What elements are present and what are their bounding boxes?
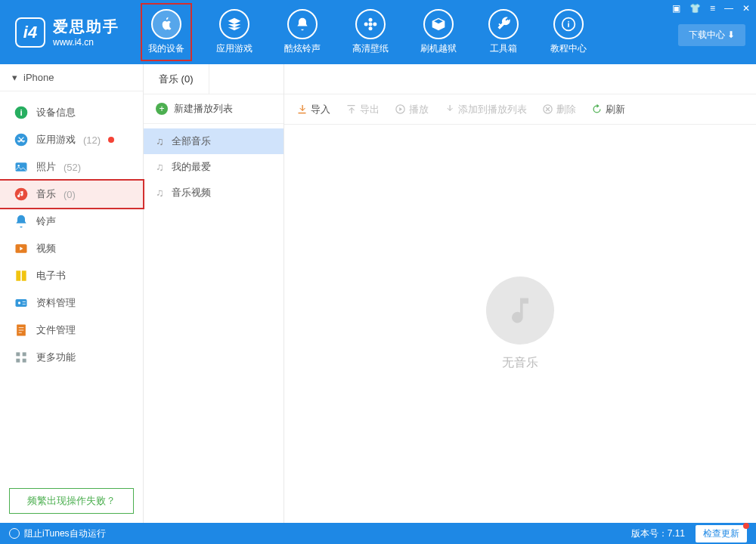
svg-point-10 bbox=[17, 165, 20, 167]
apple-icon bbox=[151, 9, 181, 39]
device-name: iPhone bbox=[23, 72, 54, 83]
info-green-icon: i bbox=[14, 105, 29, 120]
nav-flower[interactable]: 高清壁纸 bbox=[346, 5, 395, 60]
toolbar-add: 添加到播放列表 bbox=[444, 103, 527, 116]
refresh-icon bbox=[591, 104, 603, 115]
image-icon bbox=[14, 159, 29, 175]
box-icon bbox=[423, 9, 454, 39]
info-icon bbox=[553, 9, 584, 39]
download-center-button[interactable]: 下载中心 ⬇ bbox=[678, 24, 745, 46]
update-dot-icon bbox=[743, 523, 749, 529]
grid-icon bbox=[14, 350, 29, 365]
sidebar-item-4[interactable]: 铃声 bbox=[0, 208, 143, 235]
svg-rect-16 bbox=[16, 352, 20, 356]
svg-rect-19 bbox=[23, 359, 26, 363]
app-url: www.i4.cn bbox=[53, 37, 119, 48]
appstore-icon bbox=[219, 9, 249, 39]
svg-point-2 bbox=[369, 26, 373, 30]
tools-icon bbox=[488, 9, 519, 39]
version-label: 版本号：7.11 bbox=[631, 527, 685, 540]
sidebar-item-2[interactable]: 照片(52) bbox=[0, 153, 143, 181]
content-area: 导入导出播放添加到播放列表删除刷新 无音乐 bbox=[284, 64, 756, 523]
svg-point-1 bbox=[369, 18, 373, 22]
minimize-icon[interactable]: — bbox=[724, 3, 733, 14]
toolbar: 导入导出播放添加到播放列表删除刷新 bbox=[284, 94, 756, 125]
svg-point-3 bbox=[364, 23, 368, 26]
sidebar-item-0[interactable]: i设备信息 bbox=[0, 99, 143, 126]
bell-icon bbox=[287, 9, 318, 39]
chevron-down-icon: ▾ bbox=[12, 72, 17, 83]
nav-bar: 我的设备应用游戏酷炫铃声高清壁纸刷机越狱工具箱教程中心 bbox=[142, 5, 593, 60]
logo-badge: i4 bbox=[15, 17, 45, 48]
sidebar-item-3[interactable]: 音乐(0) bbox=[0, 181, 143, 208]
sidebar-item-7[interactable]: 资料管理 bbox=[0, 289, 143, 317]
status-bar: 阻止iTunes自动运行 版本号：7.11 检查更新 bbox=[0, 523, 756, 544]
notification-dot bbox=[108, 137, 114, 143]
music-subnav: 音乐 (0) + 新建播放列表 ♫全部音乐♫我的最爱♫音乐视频 bbox=[144, 64, 284, 523]
toolbar-delete: 删除 bbox=[542, 103, 576, 116]
nav-info[interactable]: 教程中心 bbox=[544, 5, 593, 60]
app-header: i4 爱思助手 www.i4.cn 我的设备应用游戏酷炫铃声高清壁纸刷机越狱工具… bbox=[0, 0, 756, 64]
device-header[interactable]: ▾ iPhone bbox=[0, 64, 143, 91]
toolbar-export: 导出 bbox=[345, 103, 380, 116]
sidebar: ▾ iPhone i设备信息应用游戏(12)照片(52)音乐(0)铃声视频电子书… bbox=[0, 64, 144, 523]
sidebar-item-5[interactable]: 视频 bbox=[0, 235, 143, 262]
itunes-toggle[interactable]: 阻止iTunes自动运行 bbox=[24, 527, 106, 540]
svg-rect-17 bbox=[23, 352, 26, 356]
sidebar-item-6[interactable]: 电子书 bbox=[0, 262, 143, 289]
book-icon bbox=[14, 268, 29, 283]
sublist-item-0[interactable]: ♫全部音乐 bbox=[144, 128, 284, 154]
nav-apple[interactable]: 我的设备 bbox=[142, 5, 191, 60]
toolbar-import[interactable]: 导入 bbox=[296, 103, 330, 116]
nav-appstore[interactable]: 应用游戏 bbox=[210, 5, 259, 60]
menu-icon[interactable]: ≡ bbox=[710, 3, 715, 14]
plus-icon: + bbox=[156, 103, 168, 115]
music-icon bbox=[486, 277, 554, 345]
svg-point-14 bbox=[18, 301, 20, 304]
new-playlist-button[interactable]: + 新建播放列表 bbox=[144, 94, 284, 124]
feedback-icon[interactable]: ▣ bbox=[672, 3, 680, 14]
new-playlist-label: 新建播放列表 bbox=[174, 102, 233, 116]
faq-link[interactable]: 频繁出现操作失败？ bbox=[9, 488, 134, 514]
sublist-item-1[interactable]: ♫我的最爱 bbox=[144, 154, 284, 180]
sidebar-item-1[interactable]: 应用游戏(12) bbox=[0, 126, 143, 153]
window-controls: ▣ 👕 ≡ — ✕ bbox=[672, 3, 750, 14]
app-name: 爱思助手 bbox=[53, 17, 119, 37]
nav-tools[interactable]: 工具箱 bbox=[482, 5, 525, 60]
svg-rect-13 bbox=[16, 299, 27, 307]
play-icon bbox=[395, 104, 406, 115]
file-icon bbox=[14, 323, 29, 338]
svg-point-4 bbox=[373, 23, 376, 26]
bell-blue-icon bbox=[14, 214, 29, 229]
empty-text: 无音乐 bbox=[502, 355, 538, 371]
toolbar-refresh[interactable]: 刷新 bbox=[591, 103, 625, 116]
nav-box[interactable]: 刷机越狱 bbox=[414, 5, 463, 60]
music-note-icon: ♫ bbox=[156, 135, 164, 147]
export-icon bbox=[345, 104, 357, 115]
close-icon[interactable]: ✕ bbox=[742, 3, 750, 14]
sidebar-item-9[interactable]: 更多功能 bbox=[0, 344, 143, 371]
delete-icon bbox=[542, 104, 553, 115]
tab-music[interactable]: 音乐 (0) bbox=[144, 64, 209, 94]
flower-icon bbox=[355, 9, 386, 39]
toggle-icon[interactable] bbox=[9, 528, 20, 539]
svg-point-0 bbox=[369, 23, 373, 26]
svg-rect-18 bbox=[16, 359, 20, 363]
appstore-blue-icon bbox=[14, 132, 29, 147]
music-note-icon: ♫ bbox=[156, 161, 164, 173]
music-note-icon: ♫ bbox=[156, 187, 164, 199]
check-update-button[interactable]: 检查更新 bbox=[696, 525, 747, 542]
import-icon bbox=[296, 104, 308, 115]
toolbar-play: 播放 bbox=[395, 103, 429, 116]
svg-text:i: i bbox=[20, 107, 22, 117]
id-icon bbox=[14, 295, 29, 311]
sublist-item-2[interactable]: ♫音乐视频 bbox=[144, 180, 284, 206]
empty-state: 无音乐 bbox=[284, 125, 756, 523]
video-icon bbox=[14, 241, 29, 256]
add-icon bbox=[444, 104, 455, 115]
nav-bell[interactable]: 酷炫铃声 bbox=[278, 5, 327, 60]
sidebar-item-8[interactable]: 文件管理 bbox=[0, 317, 143, 344]
app-logo: i4 爱思助手 www.i4.cn bbox=[8, 17, 127, 48]
skin-icon[interactable]: 👕 bbox=[689, 3, 701, 14]
music-red-icon bbox=[14, 187, 29, 202]
